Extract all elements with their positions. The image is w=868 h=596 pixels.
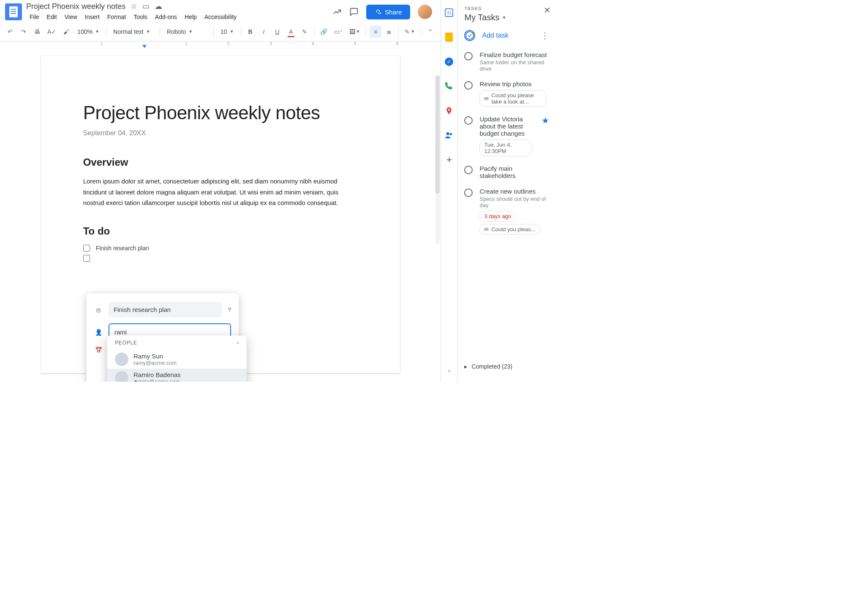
tasks-label: TASKS [464, 6, 549, 11]
task-item[interactable]: Finalize budget forecast Same folder on … [457, 47, 556, 76]
task-complete-toggle[interactable] [464, 116, 473, 125]
time-chip[interactable]: Tue, Jun 4, 12:30PM [479, 139, 532, 156]
person-option[interactable]: Ramy Sunramy@acme.com [107, 350, 247, 369]
menu-edit[interactable]: Edit [44, 12, 60, 22]
close-panel-button[interactable]: ✕ [544, 5, 551, 15]
redo-button[interactable]: ↷ [18, 25, 30, 38]
menu-addons[interactable]: Add-ons [152, 12, 180, 22]
overview-body: Lorem ipsum dolor sit amet, consectetuer… [83, 176, 358, 208]
people-header-label: PEOPLE [115, 340, 137, 346]
mail-chip[interactable]: ✉ Could you please take a look at... [479, 90, 547, 107]
bold-button[interactable]: B [245, 25, 256, 38]
checkbox[interactable] [83, 245, 90, 252]
task-title-input[interactable] [109, 302, 222, 317]
comment-button[interactable]: ▭⁺ [332, 25, 345, 38]
task-item[interactable]: Update Victoria about the latest budget … [457, 111, 556, 161]
menu-insert[interactable]: Insert [82, 12, 103, 22]
mail-chip[interactable]: ✉ Could you pleas... [479, 224, 540, 235]
undo-button[interactable]: ↶ [4, 25, 16, 38]
menu-accessibility[interactable]: Accessibility [201, 12, 240, 22]
overview-heading: Overview [83, 156, 358, 168]
menu-file[interactable]: File [26, 12, 43, 22]
svg-point-2 [450, 133, 452, 136]
add-task-icon [464, 30, 475, 41]
task-complete-toggle[interactable] [464, 189, 473, 197]
keep-app-icon[interactable] [444, 32, 454, 42]
add-app-icon[interactable]: + [444, 155, 454, 165]
underline-button[interactable]: U [272, 25, 283, 38]
comments-icon[interactable] [349, 7, 359, 16]
image-button[interactable]: 🖼▼ [347, 25, 363, 38]
page-date: September 04, 20XX [83, 129, 358, 137]
calendar-icon: 📅 [94, 347, 103, 353]
tasks-app-icon[interactable]: ✓ [444, 57, 454, 67]
task-complete-toggle[interactable] [464, 81, 473, 90]
vertical-scrollbar[interactable] [435, 75, 440, 244]
align-left-button[interactable]: ≡ [370, 25, 381, 38]
account-avatar[interactable] [418, 5, 432, 19]
task-check-icon: ◎ [94, 306, 103, 313]
ruler[interactable]: 1 1 2 3 4 5 6 [0, 41, 441, 47]
zoom-dropdown[interactable]: 100%▼ [74, 27, 103, 37]
font-size-dropdown[interactable]: 10▼ [217, 27, 237, 37]
tasks-list-dropdown[interactable]: My Tasks▼ [464, 13, 549, 22]
overdue-chip[interactable]: 3 days ago [479, 211, 516, 221]
document-area: 1 1 2 3 4 5 6 Project Phoenix weekly not… [0, 41, 441, 382]
contacts-app-icon[interactable] [444, 81, 454, 91]
print-button[interactable]: 🖶 [31, 25, 43, 38]
text-color-button[interactable]: A [285, 25, 297, 38]
activity-icon[interactable] [332, 7, 342, 16]
expand-rail-button[interactable]: › [448, 367, 450, 374]
task-item[interactable]: Pacify main stakeholders [457, 161, 556, 183]
line-spacing-button[interactable]: ≣ [383, 25, 395, 38]
ruler-indent-marker[interactable] [142, 45, 147, 48]
paragraph-style-dropdown[interactable]: Normal text▼ [110, 27, 156, 37]
todo-item: Finish research plan [83, 245, 358, 252]
todo-text: Finish research plan [96, 245, 149, 252]
task-item[interactable]: Create new outlines Specs should out by … [457, 183, 556, 239]
collapse-toolbar-button[interactable]: ⌃ [424, 25, 436, 38]
spellcheck-button[interactable]: A✓ [45, 25, 59, 38]
person-option[interactable]: Ramiro Badenasramiro@acme.com [107, 369, 247, 382]
task-options-icon[interactable]: ⋮ [541, 30, 549, 41]
help-icon[interactable]: ? [228, 306, 231, 313]
star-icon[interactable]: ★ [541, 115, 549, 126]
checkbox[interactable] [83, 255, 90, 262]
tasks-panel: ✕ TASKS My Tasks▼ Add task ⋮ Finalize bu… [457, 0, 556, 382]
avatar [115, 371, 128, 382]
side-rail: 31 ✓ + › [441, 0, 457, 382]
svg-point-1 [446, 132, 449, 135]
menu-format[interactable]: Format [104, 12, 129, 22]
menu-view[interactable]: View [61, 12, 81, 22]
calendar-app-icon[interactable]: 31 [444, 8, 454, 18]
cloud-status-icon[interactable]: ☁ [155, 2, 162, 11]
menu-tools[interactable]: Tools [130, 12, 151, 22]
todo-heading: To do [83, 225, 358, 237]
italic-button[interactable]: I [258, 25, 270, 38]
people-app-icon[interactable] [444, 130, 454, 140]
chevron-right-icon[interactable]: › [237, 340, 239, 346]
star-icon[interactable]: ☆ [131, 2, 137, 11]
add-task-button[interactable]: Add task ⋮ [457, 22, 556, 47]
paint-format-button[interactable]: 🖌 [60, 25, 72, 38]
docs-logo-icon[interactable] [5, 3, 22, 20]
task-complete-toggle[interactable] [464, 52, 473, 60]
move-icon[interactable]: ▭ [142, 2, 150, 11]
format-toolbar: ↶ ↷ 🖶 A✓ 🖌 100%▼ Normal text▼ Roboto▼ 10… [0, 22, 441, 41]
link-button[interactable]: 🔗 [318, 25, 330, 38]
maps-app-icon[interactable] [444, 106, 454, 116]
completed-toggle[interactable]: ▸ Completed (23) [457, 357, 556, 376]
share-button[interactable]: Share [366, 5, 410, 19]
page-title: Project Phoenix weekly notes [83, 102, 358, 123]
font-dropdown[interactable]: Roboto▼ [163, 27, 210, 37]
menu-help[interactable]: Help [181, 12, 200, 22]
document-title[interactable]: Project Phoenix weekly notes [26, 2, 125, 11]
share-label: Share [385, 8, 402, 16]
editing-mode-button[interactable]: ✎▼ [402, 25, 417, 38]
svg-point-0 [448, 109, 450, 110]
task-item[interactable]: Review trip photos ✉ Could you please ta… [457, 76, 556, 111]
person-icon: 👤 [94, 329, 103, 336]
highlight-button[interactable]: ✎ [299, 25, 310, 38]
add-task-label: Add task [482, 32, 508, 39]
task-complete-toggle[interactable] [464, 166, 473, 174]
